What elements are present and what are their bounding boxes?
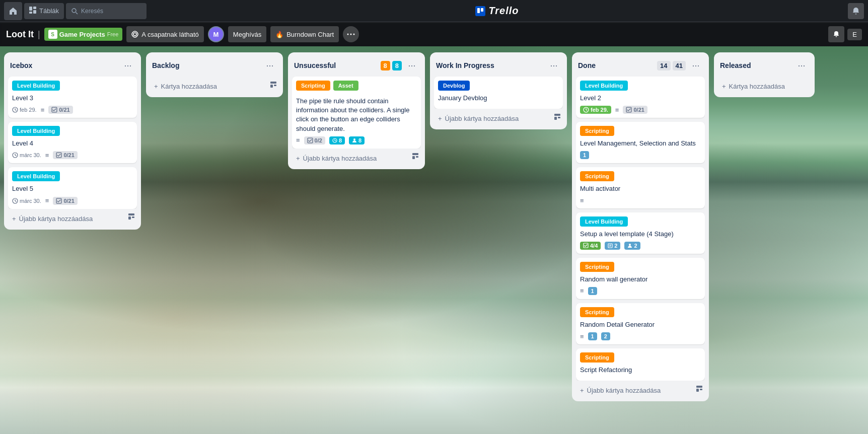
add-card-label-icebox: Újabb kártya hozzáadása	[19, 215, 93, 223]
template-icon-wip[interactable]	[552, 111, 563, 124]
card-title-level-management: Level Management, Selection and Stats	[580, 139, 701, 148]
count-done1: 14	[657, 61, 670, 70]
svg-rect-26	[132, 216, 134, 218]
home-button[interactable]	[4, 2, 22, 20]
svg-rect-15	[52, 107, 57, 112]
card-label-scripting-rd: Scripting	[580, 307, 614, 317]
visibility-button[interactable]: A csapatnak látható	[126, 26, 203, 42]
released-footer: + Kártya hozzáadása	[718, 78, 811, 93]
add-card-released[interactable]: + Kártya hozzáadása	[718, 80, 789, 93]
trello-logo-icon	[475, 6, 485, 16]
card-level-management[interactable]: Scripting Level Management, Selection an…	[576, 122, 705, 163]
svg-rect-45	[584, 243, 588, 248]
add-card-icebox[interactable]: + Újabb kártya hozzáadása	[8, 212, 97, 226]
card-level3[interactable]: Level Building Level 3 feb 29. ≡ 0/21	[8, 77, 137, 118]
plus-icon-unsuccessful: +	[296, 155, 300, 162]
add-card-unsuccessful[interactable]: + Újabb kártya hozzáadása	[292, 152, 381, 165]
template-icon-unsuccessful[interactable]	[410, 151, 421, 164]
card-title-level5: Level 5	[12, 184, 133, 193]
board-menu-label[interactable]: E	[847, 29, 862, 40]
svg-rect-37	[416, 156, 418, 158]
card-title-level2: Level 2	[580, 94, 701, 103]
template-icon-icebox[interactable]	[126, 211, 137, 224]
card-date-level3: feb 29.	[12, 107, 37, 113]
boards-button[interactable]: Táblák	[24, 3, 64, 19]
list-backlog: Backlog ··· + Kártya hozzáadása	[146, 52, 283, 97]
card-devblog[interactable]: Devblog January Devblog	[434, 77, 563, 109]
list-menu-released[interactable]: ···	[794, 58, 809, 73]
svg-line-18	[15, 155, 17, 156]
notifications-button[interactable]	[848, 3, 864, 19]
burndown-button[interactable]: 🔥 Burndown Chart	[270, 26, 339, 42]
search-button[interactable]: Keresés	[66, 3, 147, 19]
card-level2[interactable]: Level Building Level 2 feb 29. ≡ 0/21	[576, 77, 705, 118]
list-title-unsuccessful: Unsucessful	[294, 61, 336, 69]
list-header-unsuccessful: Unsucessful 8 8 ···	[292, 56, 421, 77]
list-menu-unsuccessful[interactable]: ···	[405, 58, 419, 73]
board-title[interactable]: Loot It	[6, 29, 34, 40]
card-meta-level4: márc 30. ≡ 0/21	[12, 151, 133, 159]
board-header: Loot It | S Game Projects Free A csapatn…	[0, 22, 868, 46]
template-icon-done[interactable]	[694, 383, 705, 396]
list-done: Done 14 41 ··· Level Building Level 2	[572, 52, 709, 401]
svg-line-33	[335, 140, 336, 141]
card-script-refactoring[interactable]: Scripting Script Refactoring	[576, 348, 705, 381]
card-multi-activator[interactable]: Scripting Multi activator ≡	[576, 167, 705, 208]
card-checklist-green-template: 4/4	[580, 242, 601, 250]
template-icon-backlog[interactable]	[268, 79, 279, 92]
card-checklist-level3: 0/21	[48, 106, 73, 114]
wip-footer: + Újabb kártya hozzáadása	[434, 110, 563, 125]
unsuccessful-counts: 8 8	[381, 61, 402, 70]
card-label-asset: Asset	[333, 81, 358, 91]
add-card-label-released: Kártya hozzáadása	[729, 83, 785, 90]
card-meta-lm: 1	[580, 151, 701, 159]
svg-rect-39	[554, 117, 557, 120]
list-menu-backlog[interactable]: ···	[263, 58, 277, 73]
card-desc-pipe: ≡	[296, 136, 300, 144]
list-wip: Work In Progress ··· Devblog January Dev…	[430, 52, 567, 129]
card-random-wall[interactable]: Scripting Random wall generator ≡ 1	[576, 258, 705, 299]
svg-rect-30	[308, 138, 313, 143]
board-notifications-button[interactable]	[828, 26, 844, 42]
list-header-done: Done 14 41 ···	[576, 56, 705, 77]
card-level-template[interactable]: Level Building Setup a level template (4…	[576, 212, 705, 254]
list-menu-done[interactable]: ···	[689, 58, 703, 73]
trello-wordmark: Trello	[488, 5, 519, 17]
burndown-label: Burndown Chart	[286, 31, 334, 38]
workspace-badge[interactable]: S Game Projects Free	[44, 28, 123, 41]
icebox-cards: Level Building Level 3 feb 29. ≡ 0/21	[8, 77, 137, 209]
wip-cards: Devblog January Devblog	[434, 77, 563, 109]
card-badge1-template: 2	[605, 242, 620, 250]
list-menu-icebox[interactable]: ···	[121, 58, 135, 73]
add-card-backlog[interactable]: + Kártya hozzáadása	[150, 80, 221, 93]
svg-rect-29	[274, 85, 276, 86]
add-card-wip[interactable]: + Újabb kártya hozzáadása	[434, 112, 523, 125]
plus-icon-done: +	[580, 387, 584, 394]
card-checklist-level2: 0/21	[623, 106, 647, 114]
list-title-wip: Work In Progress	[436, 61, 494, 69]
add-card-done[interactable]: + Újabb kártya hozzáadása	[576, 384, 665, 397]
card-level4[interactable]: Level Building Level 4 márc 30. ≡ 0/21	[8, 122, 137, 163]
list-title-backlog: Backlog	[152, 61, 179, 69]
svg-line-14	[15, 110, 17, 111]
card-label-level4: Level Building	[12, 126, 60, 136]
workspace-icon: S	[48, 30, 57, 39]
card-random-detail[interactable]: Scripting Random Detail Generator ≡ 1 2	[576, 303, 705, 344]
unsuccessful-cards: Scripting Asset The pipe tile rule shoul…	[292, 77, 421, 149]
card-level5[interactable]: Level Building Level 5 márc 30. ≡ 0/21	[8, 167, 137, 208]
card-pipe-tile[interactable]: Scripting Asset The pipe tile rule shoul…	[292, 77, 421, 149]
svg-rect-52	[696, 389, 699, 392]
unsuccessful-header-right: 8 8 ···	[381, 58, 419, 73]
more-header-button[interactable]	[343, 26, 359, 42]
card-badge2-rd: 2	[601, 332, 610, 340]
list-icebox: Icebox ··· Level Building Level 3 feb 29…	[4, 52, 141, 230]
member-avatar[interactable]: M	[208, 26, 224, 42]
backlog-footer: + Kártya hozzáadása	[150, 78, 279, 93]
svg-point-10	[350, 34, 352, 35]
list-menu-wip[interactable]: ···	[547, 58, 561, 73]
plus-icon-icebox: +	[12, 215, 16, 223]
done-footer: + Újabb kártya hozzáadása	[576, 382, 705, 397]
card-title-pipe-tile: The pipe tile rule should contain inform…	[296, 97, 417, 133]
board-area: Icebox ··· Level Building Level 3 feb 29…	[0, 46, 868, 434]
invite-button[interactable]: Meghívás	[228, 26, 266, 42]
